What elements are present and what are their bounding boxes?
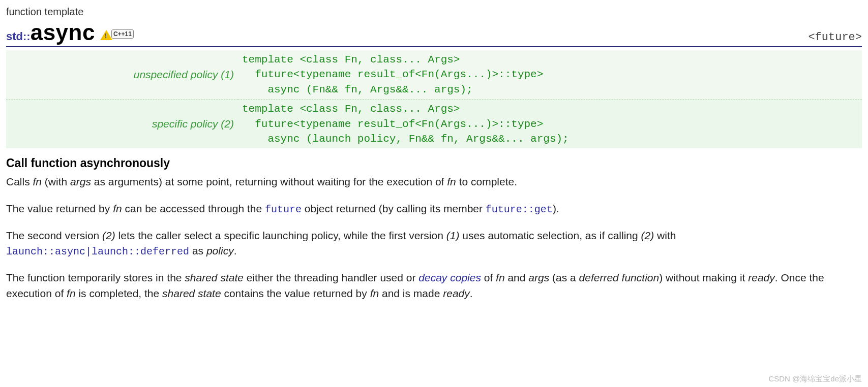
text: uses automatic selection, as if calling: [459, 230, 641, 241]
param-fn: fn: [496, 272, 505, 283]
text: as: [189, 245, 206, 256]
version-ref: (1): [446, 230, 460, 241]
text: is completed, the: [76, 287, 162, 299]
term-shared-state: shared state: [185, 272, 244, 283]
signature-row: specific policy (2) template <class Fn, …: [6, 100, 862, 149]
description-paragraph: The value returned by fn can be accessed…: [6, 201, 862, 217]
cpp-standard-badge: C++11: [111, 29, 134, 39]
signature-label: unspecified policy (1): [6, 50, 238, 100]
signature-row: unspecified policy (1) template <class F…: [6, 50, 862, 100]
text: (as a: [549, 272, 579, 283]
version-ref: (2): [641, 230, 654, 241]
description-paragraph: The function temporarily stores in the s…: [6, 270, 862, 301]
text: .: [234, 245, 237, 256]
header-row: std::async C++11 <future>: [6, 20, 862, 47]
signature-code: template <class Fn, class... Args> futur…: [238, 50, 862, 100]
param-fn: fn: [33, 176, 42, 187]
overline: function template: [6, 6, 862, 18]
signature-table: unspecified policy (1) template <class F…: [6, 50, 862, 148]
param-fn: fn: [67, 287, 76, 299]
text: to complete.: [456, 176, 517, 187]
param-fn: fn: [370, 287, 379, 299]
text: and is made: [379, 287, 443, 299]
term-deferred-function: deferred function: [579, 272, 660, 283]
term-ready: ready: [748, 272, 775, 283]
term-shared-state: shared state: [162, 287, 221, 299]
param-args: args: [528, 272, 549, 283]
text: and: [505, 272, 529, 283]
description-paragraph: The second version (2) lets the caller s…: [6, 228, 862, 259]
signature-label: specific policy (2): [6, 100, 238, 149]
page-title: std::async C++11: [6, 20, 134, 45]
param-policy: policy: [206, 245, 234, 256]
function-name: async: [31, 20, 95, 45]
link-future-get[interactable]: future::get: [486, 204, 553, 215]
badge-group: C++11: [100, 30, 134, 40]
text: ) without making it: [659, 272, 748, 283]
text: either the threading handler used or: [244, 272, 418, 283]
signature-code: template <class Fn, class... Args> futur…: [238, 100, 862, 149]
text: .: [470, 287, 473, 299]
text: can be accessed through the: [122, 203, 265, 214]
param-fn: fn: [447, 176, 456, 187]
namespace-prefix: std::: [6, 30, 31, 43]
warning-icon: [100, 30, 112, 40]
param-args: args: [70, 176, 91, 187]
header-include: <future>: [808, 31, 862, 44]
term-ready: ready: [443, 287, 470, 299]
text: The function temporarily stores in the: [6, 272, 185, 283]
link-future[interactable]: future: [265, 204, 302, 215]
text: The value returned by: [6, 203, 113, 214]
text: with: [654, 230, 676, 241]
text: contains the value returned by: [221, 287, 370, 299]
text: Calls: [6, 176, 33, 187]
link-decay-copies[interactable]: decay copies: [418, 272, 481, 283]
pipe-separator: |: [85, 246, 92, 257]
text: object returned (by calling its member: [302, 203, 486, 214]
text: of: [481, 272, 496, 283]
param-fn: fn: [113, 203, 122, 214]
text: ).: [553, 203, 559, 214]
text: The second version: [6, 230, 102, 241]
version-ref: (2): [102, 230, 115, 241]
text: (with: [42, 176, 70, 187]
link-launch-deferred[interactable]: launch::deferred: [92, 246, 189, 257]
section-heading: Call function asynchronously: [6, 156, 862, 170]
text: lets the caller select a specific launch…: [115, 230, 446, 241]
text: as arguments) at some point, returning w…: [91, 176, 447, 187]
description-paragraph: Calls fn (with args as arguments) at som…: [6, 174, 862, 189]
link-launch-async[interactable]: launch::async: [6, 246, 85, 257]
